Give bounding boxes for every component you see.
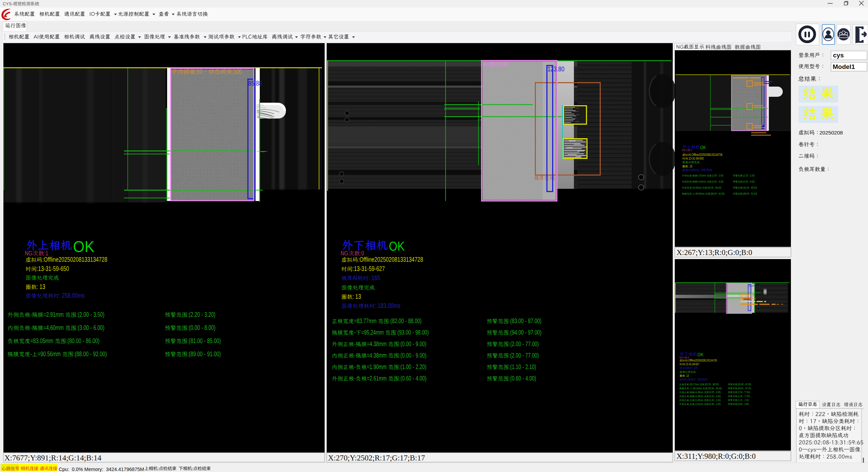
svg-text:X:311;Y:980;R:0;G:0;B:0: X:311;Y:980;R:0;G:0;B:0 [676, 452, 756, 460]
svg-text:X:267;Y:13;R:0;G:0;B:0: X:267;Y:13;R:0;G:0;B:0 [676, 248, 752, 257]
svg-text:cys: cys [833, 52, 844, 59]
svg-text:X:7677;Y:891;R:14;G:14;B:14: X:7677;Y:891;R:14;G:14;B:14 [4, 454, 102, 462]
svg-text:Model1: Model1 [833, 63, 855, 70]
svg-text:Cpu: 0.0% Memory: 3424.41796: Cpu: 0.0% Memory: 3424.41796875M [59, 467, 144, 472]
svg-text:20250208: 20250208 [819, 130, 843, 135]
svg-text:X:270;Y:2502;R:17;G:17;B:17: X:270;Y:2502;R:17;G:17;B:17 [328, 454, 425, 462]
